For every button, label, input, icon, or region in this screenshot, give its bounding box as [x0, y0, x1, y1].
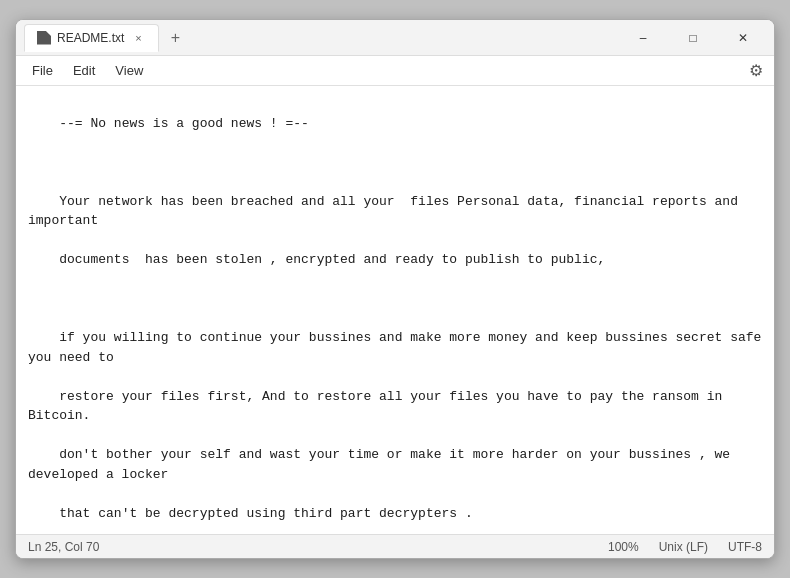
- maximize-button[interactable]: □: [670, 24, 716, 52]
- editor-line-9: that can't be decrypted using third part…: [59, 506, 472, 521]
- active-tab[interactable]: README.txt ×: [24, 24, 159, 52]
- encoding: UTF-8: [728, 540, 762, 554]
- close-tab-button[interactable]: ×: [130, 30, 146, 46]
- titlebar: README.txt × + – □ ✕: [16, 20, 774, 56]
- editor-line-8: don't bother your self and wast your tim…: [28, 447, 738, 482]
- editor-line-1: --= No news is a good news ! =--: [59, 116, 309, 131]
- menu-items: File Edit View: [24, 61, 151, 80]
- zoom-level: 100%: [608, 540, 639, 554]
- window-controls: – □ ✕: [620, 24, 766, 52]
- editor-line-7: restore your files first, And to restore…: [28, 389, 730, 424]
- statusbar-right: 100% Unix (LF) UTF-8: [608, 540, 762, 554]
- close-window-button[interactable]: ✕: [720, 24, 766, 52]
- titlebar-tabs: README.txt × +: [24, 24, 620, 52]
- line-ending: Unix (LF): [659, 540, 708, 554]
- statusbar: Ln 25, Col 70 100% Unix (LF) UTF-8: [16, 534, 774, 558]
- new-tab-button[interactable]: +: [163, 26, 187, 50]
- editor-line-6: if you willing to continue your bussines…: [28, 330, 769, 365]
- tab-label: README.txt: [57, 31, 124, 45]
- editor-line-4: documents has been stolen , encrypted an…: [59, 252, 605, 267]
- settings-icon[interactable]: ⚙: [746, 61, 766, 81]
- edit-menu[interactable]: Edit: [65, 61, 103, 80]
- view-menu[interactable]: View: [107, 61, 151, 80]
- menubar: File Edit View ⚙: [16, 56, 774, 86]
- cursor-position: Ln 25, Col 70: [28, 540, 99, 554]
- file-menu[interactable]: File: [24, 61, 61, 80]
- minimize-button[interactable]: –: [620, 24, 666, 52]
- file-icon: [37, 31, 51, 45]
- notepad-window: README.txt × + – □ ✕ File Edit View ⚙ --…: [15, 19, 775, 559]
- text-editor[interactable]: --= No news is a good news ! =-- Your ne…: [16, 86, 774, 534]
- editor-line-3: Your network has been breached and all y…: [28, 194, 746, 229]
